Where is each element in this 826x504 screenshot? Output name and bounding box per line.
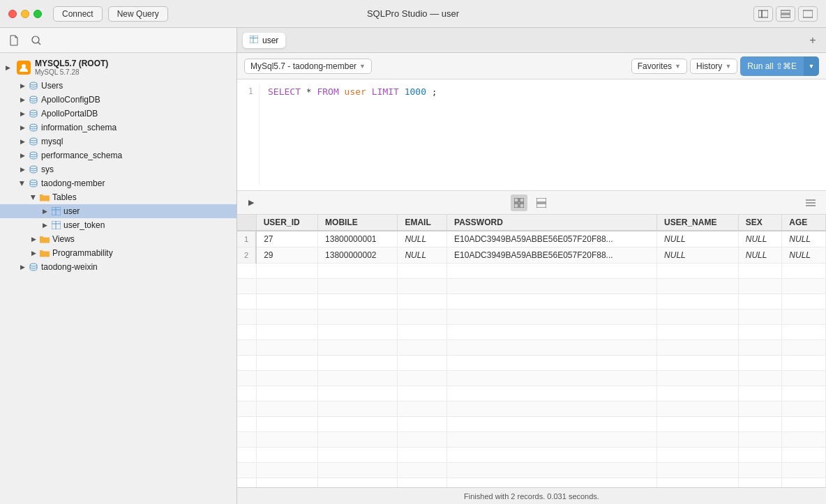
tab-user[interactable]: user [243,33,285,48]
svg-point-14 [30,166,37,169]
svg-point-8 [30,82,37,85]
empty-cell [256,325,317,340]
query-editor[interactable]: 1 SELECT * FROM user LIMIT 1000 ; [237,79,826,191]
table-row[interactable]: 12713800000001NULLE10ADC3949BA59ABBE56E0… [237,231,826,247]
col-header-password[interactable]: PASSWORD [447,215,657,231]
sidebar-item-user-table[interactable]: ▶ user [0,204,236,218]
table-row[interactable]: 22913800000002NULLE10ADC3949BA59ABBE56E0… [237,247,826,264]
sidebar-item-apolloportaldb[interactable]: ▶ ApolloPortalDB [0,107,236,121]
empty-cell [447,417,657,432]
play-button[interactable]: ▶ [244,196,258,210]
empty-cell [398,294,447,310]
run-all-dropdown-button[interactable]: ▼ [804,56,819,76]
sidebar-item-users[interactable]: ▶ Users [0,79,236,93]
sidebar-item-performance-schema[interactable]: ▶ performance_schema [0,148,236,162]
empty-row [237,432,826,448]
sidebar-document-icon[interactable] [6,32,22,49]
cell-age[interactable]: NULL [782,231,826,247]
sidebar-item-taodong-member[interactable]: ▶ taodong-member [0,176,236,190]
card-view-button[interactable] [533,194,550,211]
cell-age[interactable]: NULL [782,247,826,264]
empty-cell [657,371,739,386]
root-connection[interactable]: ▶ MYSQL5.7 (ROOT) MySQL 5.7.28 [0,56,236,79]
col-header-user-name[interactable]: USER_NAME [657,215,739,231]
results-menu-icon[interactable] [802,194,819,211]
db-icon [28,122,39,133]
history-button[interactable]: History ▼ [690,59,737,74]
empty-cell [256,463,317,478]
cell-user-id[interactable]: 27 [256,231,317,247]
empty-cell [657,417,739,432]
cell-mobile[interactable]: 13800000002 [318,247,398,264]
empty-cell [738,294,782,310]
run-all-button[interactable]: Run all ⇧⌘E [740,56,804,76]
col-header-mobile[interactable]: MOBILE [318,215,398,231]
split-view-icon[interactable] [776,6,795,22]
col-header-age[interactable]: AGE [782,215,826,231]
sidebar-item-views-folder[interactable]: ▶ Views [0,232,236,246]
sidebar-search-icon[interactable] [28,32,45,49]
connect-button[interactable]: Connect [53,6,103,22]
empty-row [237,279,826,294]
sidebar-toggle-icon[interactable] [753,6,773,22]
table-header-row: USER_ID MOBILE EMAIL PASSWORD USER_NAME … [237,215,826,231]
empty-cell [447,279,657,294]
cell-mobile[interactable]: 13800000001 [318,231,398,247]
sidebar-item-information-schema[interactable]: ▶ information_schema [0,121,236,135]
titlebar: Connect New Query SQLPro Studio — user [0,0,826,28]
empty-cell [657,478,739,488]
keyword-limit: LIMIT [372,86,399,97]
run-all-group: Run all ⇧⌘E ▼ [740,56,819,76]
sidebar-label-apolloconfigdb: ApolloConfigDB [41,95,100,105]
empty-cell [738,310,782,325]
sidebar-item-mysql[interactable]: ▶ mysql [0,135,236,148]
root-info: MYSQL5.7 (ROOT) MySQL 5.7.28 [35,59,108,76]
empty-cell [447,340,657,356]
results-table-wrap[interactable]: USER_ID MOBILE EMAIL PASSWORD USER_NAME … [237,215,826,487]
cell-password[interactable]: E10ADC3949BA59ABBE56E057F20F88... [447,231,657,247]
empty-cell [447,264,657,279]
tab-table-icon [250,36,258,45]
col-header-user-id[interactable]: USER_ID [256,215,317,231]
results-tbody: 12713800000001NULLE10ADC3949BA59ABBE56E0… [237,231,826,487]
cell-sex[interactable]: NULL [738,247,782,264]
empty-cell [256,386,317,402]
empty-cell [398,310,447,325]
close-button[interactable] [8,10,17,18]
sidebar-item-tables-folder[interactable]: ▶ Tables [0,190,236,204]
sidebar-item-user-token-table[interactable]: ▶ user_token [0,218,236,232]
cell-user-id[interactable]: 29 [256,247,317,264]
grid-view-button[interactable] [511,194,527,211]
folder-icon [39,234,50,245]
cell-user-name[interactable]: NULL [657,247,739,264]
cell-email[interactable]: NULL [398,231,447,247]
empty-cell [237,356,256,371]
cell-email[interactable]: NULL [398,247,447,264]
col-header-email[interactable]: EMAIL [398,215,447,231]
sidebar-item-taodong-weixin[interactable]: ▶ taodong-weixin [0,260,236,274]
cell-password[interactable]: E10ADC3949BA59ABBE56E057F20F88... [447,247,657,264]
cell-sex[interactable]: NULL [738,231,782,247]
new-query-button[interactable]: New Query [108,6,168,22]
sidebar-item-sys[interactable]: ▶ sys [0,162,236,176]
titlebar-buttons: Connect New Query [53,6,168,22]
sidebar-item-apolloconfigdb[interactable]: ▶ ApolloConfigDB [0,93,236,107]
root-avatar [17,61,31,75]
connection-selector[interactable]: MySql5.7 - taodong-member ▼ [244,59,372,74]
full-view-icon[interactable] [798,6,818,22]
favorites-button[interactable]: Favorites ▼ [631,59,687,74]
minimize-button[interactable] [21,10,29,18]
cell-user-name[interactable]: NULL [657,231,739,247]
col-header-sex[interactable]: SEX [738,215,782,231]
empty-cell [657,294,739,310]
sidebar-item-programmability-folder[interactable]: ▶ Programmability [0,246,236,260]
maximize-button[interactable] [33,10,42,18]
empty-cell [256,417,317,432]
toolbar-right-group: Favorites ▼ History ▼ Run all ⇧⌘E ▼ [631,56,819,76]
empty-cell [237,264,256,279]
empty-cell [256,310,317,325]
query-content[interactable]: SELECT * FROM user LIMIT 1000 ; [260,85,446,185]
line-numbers: 1 [237,85,260,185]
row-number-cell: 2 [237,247,256,264]
new-tab-button[interactable]: + [805,33,820,48]
